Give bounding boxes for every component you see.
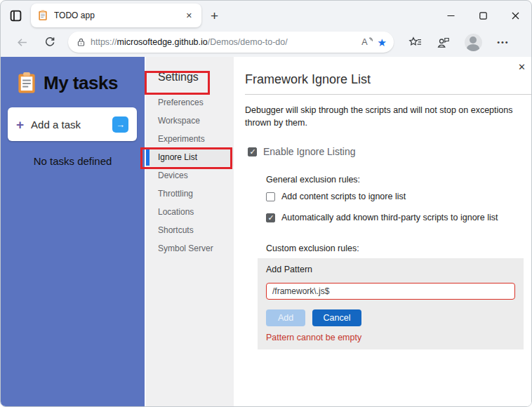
- settings-item-throttling[interactable]: Throttling: [146, 185, 234, 203]
- address-bar[interactable]: https://microsoftedge.github.io/Demos/de…: [68, 32, 394, 53]
- favorites-collections-icon[interactable]: [408, 36, 422, 48]
- refresh-icon[interactable]: [40, 36, 60, 48]
- selected-indicator-bar: [146, 149, 149, 166]
- enable-ignore-listing-checkbox[interactable]: [248, 147, 257, 156]
- enable-ignore-listing-row[interactable]: Enable Ignore Listing: [248, 146, 524, 157]
- settings-item-shortcuts[interactable]: Shortcuts: [146, 221, 234, 239]
- content-scripts-label: Add content scripts to ignore list: [281, 192, 406, 201]
- settings-item-preferences[interactable]: Preferences: [146, 93, 234, 112]
- app-header: My tasks: [16, 72, 139, 94]
- todo-app-sidebar: My tasks + Add a task → No tasks defined: [1, 57, 145, 406]
- framework-ignore-list-panel: ✕ Framework Ignore List Debugger will sk…: [234, 57, 532, 406]
- browser-tab[interactable]: TODO app ✕: [31, 4, 201, 27]
- third-party-label: Automatically add known third-party scri…: [281, 213, 498, 222]
- tab-actions-menu-icon[interactable]: [10, 10, 22, 22]
- settings-item-devices[interactable]: Devices: [146, 166, 234, 185]
- settings-item-symbol-server[interactable]: Symbol Server: [146, 239, 234, 258]
- add-pattern-box: Add Pattern Add Cancel Pattern cannot be…: [258, 258, 524, 349]
- window-controls: [434, 1, 531, 30]
- close-icon[interactable]: ✕: [518, 62, 526, 72]
- app-title: My tasks: [44, 72, 118, 94]
- title-bar: TODO app ✕ +: [1, 1, 531, 30]
- add-task-label: Add a task: [31, 119, 105, 131]
- add-button[interactable]: Add: [266, 309, 305, 326]
- url-text[interactable]: https://microsoftedge.github.io/Demos/de…: [91, 37, 357, 47]
- cancel-button[interactable]: Cancel: [312, 309, 361, 326]
- favorite-star-icon[interactable]: ★: [378, 37, 387, 48]
- navigation-toolbar: https://microsoftedge.github.io/Demos/de…: [1, 30, 531, 57]
- page-content: My tasks + Add a task → No tasks defined…: [1, 57, 531, 406]
- add-task-button[interactable]: + Add a task →: [8, 107, 137, 141]
- submit-task-arrow-button[interactable]: →: [112, 116, 128, 133]
- browser-window: TODO app ✕ +: [0, 0, 532, 407]
- devtools-settings-menu: Settings Preferences Workspace Experimen…: [145, 57, 234, 406]
- pattern-buttons: Add Cancel: [266, 309, 515, 326]
- new-tab-button[interactable]: +: [211, 9, 218, 22]
- settings-item-ignore-list[interactable]: Ignore List: [146, 148, 234, 166]
- general-rules-label: General exclusion rules:: [266, 175, 524, 185]
- settings-more-icon[interactable]: •••: [497, 38, 510, 46]
- third-party-row[interactable]: Automatically add known third-party scri…: [266, 213, 524, 222]
- third-party-checkbox[interactable]: [266, 213, 275, 222]
- settings-item-experiments[interactable]: Experiments: [146, 130, 234, 148]
- close-window-button[interactable]: [499, 1, 531, 30]
- maximize-button[interactable]: [467, 1, 499, 30]
- read-aloud-icon[interactable]: A: [361, 37, 372, 47]
- back-icon[interactable]: [12, 36, 32, 48]
- pattern-error-message: Pattern cannot be empty: [266, 333, 515, 342]
- avatar-body: [467, 44, 479, 51]
- custom-rules-label: Custom exclusion rules:: [266, 243, 524, 253]
- settings-item-locations[interactable]: Locations: [146, 203, 234, 221]
- pattern-input[interactable]: [266, 283, 515, 300]
- settings-title: Settings: [146, 71, 234, 84]
- clipboard-logo-icon: [16, 72, 37, 94]
- tab-favicon-clipboard-icon: [37, 10, 48, 21]
- lock-icon: [77, 37, 86, 47]
- plus-icon: +: [16, 118, 24, 131]
- panel-title: Framework Ignore List: [245, 72, 524, 87]
- toolbar-right-icons: •••: [394, 34, 524, 51]
- panel-description: Debugger will skip through the scripts a…: [245, 104, 524, 129]
- minimize-button[interactable]: [434, 1, 467, 30]
- tab-close-icon[interactable]: ✕: [183, 10, 195, 22]
- content-scripts-row[interactable]: Add content scripts to ignore list: [266, 192, 524, 201]
- profile-avatar[interactable]: [465, 34, 482, 51]
- enable-ignore-listing-label: Enable Ignore Listing: [263, 146, 356, 157]
- content-scripts-checkbox[interactable]: [266, 192, 275, 201]
- add-pattern-label: Add Pattern: [266, 265, 515, 274]
- tab-title: TODO app: [54, 11, 178, 20]
- person-feedback-icon[interactable]: [437, 36, 450, 48]
- title-divider: [245, 94, 532, 95]
- empty-tasks-message: No tasks defined: [1, 155, 145, 167]
- settings-item-workspace[interactable]: Workspace: [146, 112, 234, 130]
- avatar-head: [470, 36, 477, 44]
